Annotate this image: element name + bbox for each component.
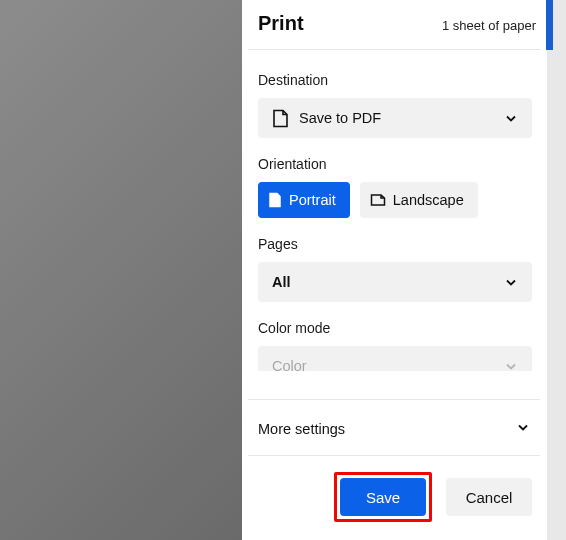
orientation-section: Orientation Portrait	[258, 156, 532, 218]
pages-select[interactable]: All	[258, 262, 532, 302]
orientation-label: Orientation	[258, 156, 532, 172]
orientation-landscape-button[interactable]: Landscape	[360, 182, 478, 218]
dialog-footer: Save Cancel	[248, 456, 540, 540]
orientation-portrait-button[interactable]: Portrait	[258, 182, 350, 218]
sheet-count: 1 sheet of paper	[442, 18, 536, 33]
chevron-down-icon	[504, 111, 518, 125]
orientation-toggle-group: Portrait Landscape	[258, 182, 532, 218]
pages-label: Pages	[258, 236, 532, 252]
destination-section: Destination Save to PDF	[258, 72, 532, 138]
pages-section: Pages All	[258, 236, 532, 302]
pages-value: All	[272, 274, 291, 290]
dialog-title: Print	[258, 12, 304, 35]
background-right-accent	[545, 0, 553, 50]
backdrop-preview	[0, 0, 242, 540]
more-settings-label: More settings	[258, 421, 345, 437]
landscape-page-icon	[370, 193, 386, 207]
color-mode-select: Color	[258, 346, 532, 371]
destination-value: Save to PDF	[299, 110, 381, 126]
color-mode-section: Color mode Color	[258, 320, 532, 371]
color-mode-value: Color	[272, 358, 307, 371]
pdf-file-icon	[272, 109, 289, 128]
chevron-down-icon	[504, 359, 518, 371]
annotation-highlight: Save	[334, 472, 432, 522]
save-button[interactable]: Save	[340, 478, 426, 516]
print-dialog: Print 1 sheet of paper Destination Save …	[242, 0, 546, 540]
dialog-header: Print 1 sheet of paper	[248, 0, 540, 50]
background-right	[547, 0, 566, 540]
chevron-down-icon	[516, 420, 530, 437]
destination-label: Destination	[258, 72, 532, 88]
orientation-landscape-label: Landscape	[393, 192, 464, 208]
destination-select[interactable]: Save to PDF	[258, 98, 532, 138]
chevron-down-icon	[504, 275, 518, 289]
more-settings-toggle[interactable]: More settings	[248, 400, 540, 456]
cancel-button[interactable]: Cancel	[446, 478, 532, 516]
portrait-page-icon	[268, 192, 282, 208]
color-mode-label: Color mode	[258, 320, 532, 336]
orientation-portrait-label: Portrait	[289, 192, 336, 208]
settings-scroll-area[interactable]: Destination Save to PDF Orientation	[248, 50, 540, 371]
